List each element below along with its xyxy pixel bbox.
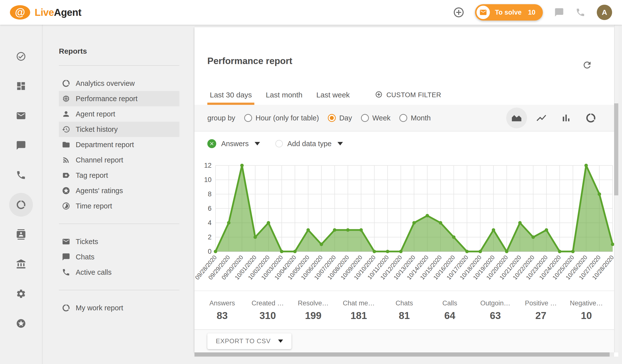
nav-item-performance-report[interactable]: Performance report [59, 91, 179, 106]
rail-item-reports[interactable] [6, 190, 36, 220]
rail-item-contacts[interactable] [6, 220, 36, 249]
tab-last-week[interactable]: Last week [314, 85, 352, 105]
bank-icon [16, 259, 26, 269]
rail-item-tickets[interactable] [6, 101, 36, 131]
chart-type-tools [506, 108, 601, 128]
nav-item-label: Active calls [76, 268, 112, 276]
nav-item-analytics-overview[interactable]: Analytics overview [59, 76, 179, 91]
stat-answers: Answers83 [199, 291, 245, 329]
chats-topbar-button[interactable] [554, 7, 564, 17]
nav-item-department-report[interactable]: Department report [59, 137, 179, 152]
mail-icon-wrap [62, 237, 70, 246]
card-header: Performance report Last 30 daysLast mont… [194, 27, 614, 105]
stat-label: Created … [252, 299, 284, 307]
radio-circle-icon [361, 114, 369, 122]
to-solve-label: To solve [495, 9, 522, 16]
horizontal-scrollbar[interactable] [194, 352, 614, 357]
phone-icon [16, 170, 26, 180]
series-dropdown-caret-icon[interactable] [255, 142, 260, 145]
nav-item-my-work-report[interactable]: My work report [59, 300, 179, 316]
nav-item-label: Performance report [76, 95, 138, 103]
nav-item-label: Chats [76, 253, 95, 261]
tab-last-30-days[interactable]: Last 30 days [207, 85, 254, 105]
close-icon [209, 141, 215, 146]
area-chart-button[interactable] [506, 108, 527, 128]
custom-filter-button[interactable]: CUSTOM FILTER [375, 91, 441, 99]
divider [59, 65, 179, 66]
add-data-type-button[interactable]: Add data type [275, 140, 343, 148]
rail-item-calls[interactable] [6, 160, 36, 190]
svg-text:6: 6 [208, 205, 212, 212]
divider [59, 224, 179, 224]
avatar[interactable]: A [597, 5, 612, 20]
to-solve-button[interactable]: To solve 10 [475, 4, 543, 21]
stat-label: Chat me… [343, 299, 375, 307]
line-chart-button[interactable] [531, 108, 552, 128]
svg-text:2: 2 [208, 233, 212, 241]
radio-day[interactable]: Day [328, 114, 352, 122]
nav-item-label: My work report [76, 304, 123, 312]
rail-item-dashboard[interactable] [6, 71, 36, 101]
logo-agent: Agent [54, 7, 81, 18]
nav-item-label: Tag report [76, 171, 108, 180]
page-title: Performance report [207, 27, 601, 66]
liveagent-logo[interactable]: @ LiveAgent [10, 5, 81, 20]
refresh-button[interactable] [582, 60, 592, 70]
nav-item-agents-ratings[interactable]: Agents' ratings [59, 183, 179, 198]
radio-month[interactable]: Month [399, 114, 431, 122]
top-bar: @ LiveAgent To solve 10 A [0, 0, 622, 25]
tab-last-month[interactable]: Last month [263, 85, 305, 105]
stats-row: Answers83Created …310Resolve…199Chat me…… [194, 291, 614, 329]
person-icon [62, 110, 70, 118]
stat-value: 27 [535, 310, 547, 321]
radio-circle-icon [244, 114, 252, 122]
add-new-button[interactable] [453, 6, 465, 18]
rail-item-ratings[interactable] [6, 309, 36, 338]
performance-chart[interactable]: 09/28/202009/29/202009/30/202010/01/2020… [194, 156, 614, 291]
nav-item-label: Ticket history [76, 125, 118, 134]
vertical-scrollbar[interactable] [614, 25, 618, 352]
export-to-csv-button[interactable]: EXPORT TO CSV [207, 333, 291, 349]
radio-circle-icon [328, 114, 336, 122]
radio-week[interactable]: Week [361, 114, 391, 122]
chat-icon-wrap [62, 253, 70, 261]
rail-item-tasks[interactable] [6, 42, 36, 71]
reload-chart-button[interactable] [580, 108, 601, 128]
group-by-label: group by [207, 114, 235, 122]
nav-item-ticket-history[interactable]: Ticket history [59, 122, 179, 137]
horizontal-scrollbar-thumb[interactable] [194, 352, 610, 357]
stat-label: Answers [209, 299, 235, 307]
nav-item-chats[interactable]: Chats [59, 249, 179, 265]
sidebar-title: Reports [59, 25, 179, 55]
bar-chart-icon [560, 112, 572, 124]
data-usage-icon [62, 79, 70, 88]
to-solve-mail-icon-wrap [477, 6, 490, 19]
check-circle-icon [16, 51, 26, 62]
export-row: EXPORT TO CSV [194, 329, 614, 352]
stat-value: 310 [260, 310, 276, 321]
data-usage-icon [16, 200, 26, 210]
remove-answers-series-button[interactable] [207, 139, 216, 148]
rail-item-organization[interactable] [6, 249, 36, 279]
stat-chats: Chats81 [382, 291, 427, 329]
calls-topbar-button[interactable] [575, 7, 585, 17]
vertical-scrollbar-thumb[interactable] [614, 103, 618, 195]
stat-created: Created …310 [245, 291, 290, 329]
nav-item-agent-report[interactable]: Agent report [59, 106, 179, 122]
nav-section: TicketsChatsActive calls [59, 234, 179, 280]
bar-chart-button[interactable] [556, 108, 576, 128]
stat-value: 83 [217, 310, 228, 321]
memory-icon [62, 94, 70, 103]
dashboard-icon [16, 81, 26, 91]
scrollbar-corner [614, 352, 618, 357]
rail-item-settings[interactable] [6, 279, 36, 309]
radio-hour-only-for-table[interactable]: Hour (only for table) [244, 114, 319, 122]
nav-item-tag-report[interactable]: Tag report [59, 168, 179, 183]
data-usage-icon [585, 113, 596, 123]
nav-item-active-calls[interactable]: Active calls [59, 265, 179, 280]
chart-area: 09/28/202009/29/202009/30/202010/01/2020… [194, 156, 614, 291]
rail-item-chats[interactable] [6, 131, 36, 160]
nav-item-time-report[interactable]: Time report [59, 198, 179, 214]
nav-item-channel-report[interactable]: Channel report [59, 152, 179, 168]
nav-item-tickets[interactable]: Tickets [59, 234, 179, 249]
